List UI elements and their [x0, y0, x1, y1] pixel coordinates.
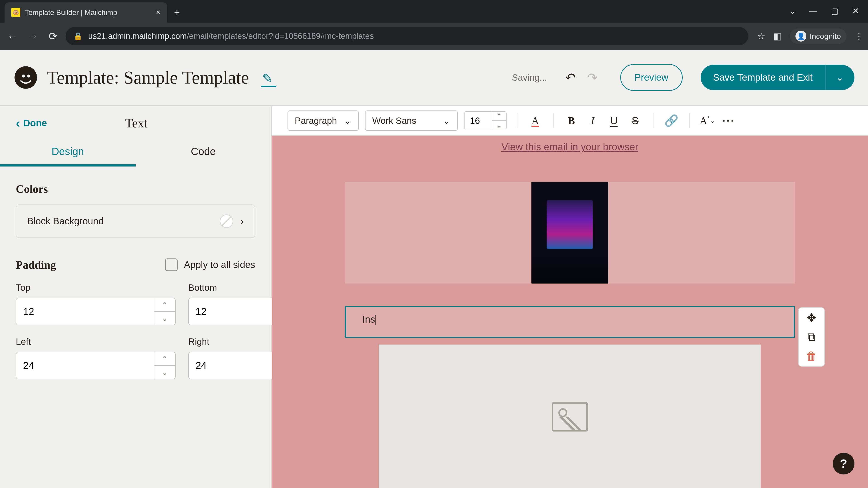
help-button[interactable]: ? — [833, 453, 855, 475]
lock-icon: 🔒 — [73, 32, 83, 40]
apply-all-sides-checkbox[interactable] — [165, 258, 178, 271]
color-swatch-none — [220, 215, 233, 228]
inspector-panel: ‹Done Text Design Code Colors Block Back… — [0, 106, 272, 488]
bookmark-star-icon[interactable]: ☆ — [757, 31, 765, 41]
page-title: Template: Sample Template — [47, 67, 249, 88]
close-tab-icon[interactable]: × — [156, 8, 160, 17]
window-controls: ⌄ — ▢ ✕ — [789, 6, 868, 16]
block-action-toolbar: ✥ ⧉ 🗑 — [798, 307, 825, 367]
toolbar-divider — [517, 113, 518, 128]
reload-button[interactable]: ⟳ — [45, 30, 61, 42]
svg-point-2 — [27, 74, 30, 77]
italic-button[interactable]: I — [585, 113, 600, 128]
side-panel-icon[interactable]: ◧ — [773, 31, 782, 41]
block-background-row[interactable]: Block Background › — [16, 204, 255, 238]
font-size-inc[interactable]: ⌃ — [492, 111, 506, 121]
text-toolbar: Paragraph⌄ Work Sans⌄ ⌃⌄ A B I U S 🔗 A+ … — [272, 106, 868, 136]
duplicate-block-icon[interactable]: ⧉ — [807, 330, 815, 344]
padding-top-stepper[interactable]: ⌃⌄ — [16, 298, 176, 325]
minimize-icon[interactable]: — — [809, 6, 817, 16]
font-size-input[interactable] — [465, 111, 492, 130]
done-button[interactable]: ‹Done — [16, 118, 47, 129]
address-bar[interactable]: 🔒 us21.admin.mailchimp.com/email/templat… — [66, 27, 748, 45]
forward-button[interactable]: → — [25, 30, 41, 42]
padding-left-stepper[interactable]: ⌃⌄ — [16, 352, 176, 379]
save-exit-button[interactable]: Save Template and Exit — [701, 65, 825, 90]
chevron-down-icon: ⌄ — [344, 116, 351, 126]
svg-point-1 — [22, 74, 25, 77]
canvas[interactable]: View this email in your browser Ins ✥ ⧉ … — [272, 136, 868, 488]
browser-toolbar: ← → ⟳ 🔒 us21.admin.mailchimp.com/email/t… — [0, 23, 868, 50]
apply-all-sides-label: Apply to all sides — [184, 259, 255, 270]
edit-title-icon[interactable]: ✎ — [262, 71, 273, 86]
move-block-icon[interactable]: ✥ — [807, 311, 816, 324]
font-size-dec[interactable]: ⌄ — [492, 121, 506, 130]
text-color-button[interactable]: A — [528, 113, 543, 128]
colors-section-title: Colors — [16, 182, 255, 195]
view-in-browser-link[interactable]: View this email in your browser — [501, 141, 638, 152]
url-text: us21.admin.mailchimp.com/email/templates… — [88, 31, 374, 41]
undo-button[interactable]: ↶ — [565, 70, 576, 85]
toolbar-divider — [689, 113, 690, 128]
browser-tab-strip: 🐵 Template Builder | Mailchimp × + ⌄ — ▢… — [0, 0, 868, 23]
incognito-icon: 👤 — [796, 31, 806, 41]
image-placeholder-block[interactable] — [379, 345, 761, 488]
toolbar-divider — [653, 113, 653, 128]
strikethrough-button[interactable]: S — [628, 113, 643, 128]
text-block-content[interactable]: Ins — [362, 314, 777, 325]
text-cursor — [375, 315, 376, 325]
padding-left-input[interactable] — [16, 352, 154, 379]
padding-section-title: Padding — [16, 258, 56, 271]
padding-top-label: Top — [16, 283, 176, 293]
toolbar-divider — [553, 113, 554, 128]
incognito-badge[interactable]: 👤 Incognito — [790, 29, 846, 44]
close-window-icon[interactable]: ✕ — [852, 6, 859, 16]
email-body — [345, 182, 795, 284]
preview-button[interactable]: Preview — [620, 64, 682, 91]
block-format-select[interactable]: Paragraph⌄ — [287, 110, 359, 131]
mailchimp-logo[interactable] — [13, 65, 38, 90]
bold-button[interactable]: B — [564, 113, 579, 128]
text-styles-button[interactable]: A+ ⌄ — [700, 113, 715, 128]
font-size-stepper[interactable]: ⌃⌄ — [464, 111, 506, 130]
app-header: Template: Sample Template ✎ Saving... ↶ … — [0, 50, 868, 105]
mailchimp-favicon: 🐵 — [11, 8, 20, 17]
browser-tab[interactable]: 🐵 Template Builder | Mailchimp × — [4, 2, 167, 23]
saving-status: Saving... — [512, 72, 547, 83]
panel-title: Text — [125, 116, 177, 130]
selected-text-block[interactable]: Ins ✥ ⧉ 🗑 — [345, 306, 795, 338]
tab-design[interactable]: Design — [0, 137, 135, 166]
delete-block-icon[interactable]: 🗑 — [806, 350, 817, 363]
tab-code[interactable]: Code — [135, 137, 271, 166]
back-button[interactable]: ← — [4, 30, 20, 42]
kebab-menu-icon[interactable]: ⋮ — [855, 31, 864, 41]
padding-left-inc[interactable]: ⌃ — [154, 352, 175, 366]
image-placeholder-icon — [552, 402, 588, 431]
chevron-down-icon: ⌄ — [443, 116, 451, 126]
font-family-select[interactable]: Work Sans⌄ — [365, 110, 458, 131]
inspector-tabs: Design Code — [0, 137, 271, 166]
padding-left-label: Left — [16, 337, 176, 347]
save-dropdown-button[interactable]: ⌄ — [825, 65, 855, 90]
link-button[interactable]: 🔗 — [664, 113, 679, 128]
underline-button[interactable]: U — [607, 113, 621, 128]
svg-point-0 — [14, 66, 37, 89]
tab-title: Template Builder | Mailchimp — [25, 8, 151, 17]
chevron-right-icon: › — [240, 215, 244, 228]
chevron-left-icon: ‹ — [16, 120, 20, 126]
view-in-browser-row: View this email in your browser — [272, 136, 868, 155]
redo-button[interactable]: ↷ — [587, 70, 598, 85]
padding-top-inc[interactable]: ⌃ — [154, 298, 175, 312]
new-tab-button[interactable]: + — [174, 7, 180, 18]
maximize-icon[interactable]: ▢ — [831, 6, 839, 16]
padding-left-dec[interactable]: ⌄ — [154, 366, 175, 379]
hero-image[interactable] — [531, 182, 608, 284]
block-background-label: Block Background — [27, 216, 213, 227]
tabs-dropdown-icon[interactable]: ⌄ — [789, 6, 796, 16]
padding-top-input[interactable] — [16, 298, 154, 325]
padding-top-dec[interactable]: ⌄ — [154, 312, 175, 325]
more-tools-button[interactable]: ··· — [721, 113, 736, 128]
